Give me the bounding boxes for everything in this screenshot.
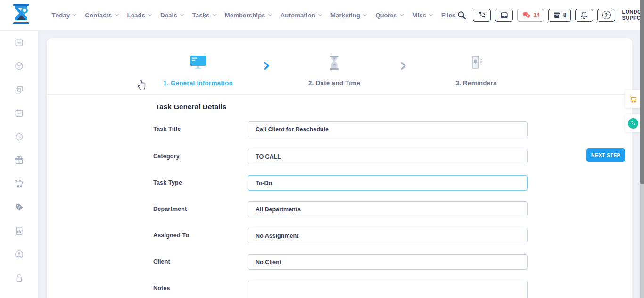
phone-reminder-icon [424,55,528,70]
inbox-button[interactable] [495,9,513,22]
nav-today[interactable]: Today [52,12,76,19]
nav-files-label: Files [441,12,456,19]
nav-deals-label: Deals [160,12,177,19]
step-general-information[interactable]: 1. General Information [146,55,250,87]
monitor-icon [146,55,250,70]
nav-marketing[interactable]: Marketing [330,12,366,19]
vertical-scrollbar-track[interactable] [640,0,644,298]
question-mark-icon: ? [602,11,611,19]
nav-contacts-label: Contacts [85,12,112,19]
phone-call-button[interactable] [473,9,491,22]
floating-phone-button[interactable] [625,114,641,132]
nav-misc-label: Misc [412,12,426,19]
inbox-tray-icon [500,11,509,20]
chevron-down-icon [429,12,433,16]
sidebar-cube-icon[interactable] [13,61,25,72]
archive-box-icon [553,11,561,19]
client-label: Client [153,254,248,270]
sidebar-user-circle-icon[interactable] [13,249,25,260]
app-window: Today Contacts Leads Deals Tasks Members… [0,0,644,298]
department-input[interactable] [248,201,528,217]
task-title-input[interactable] [248,121,528,137]
nav-tasks[interactable]: Tasks [192,12,216,19]
chevron-down-icon [400,12,404,16]
form-title: Task General Details [156,103,226,111]
chevron-down-icon [148,12,152,16]
department-label: Department [153,201,248,217]
hourglass-icon [282,55,386,70]
step-chevron-blue-icon [263,62,270,70]
search-icon[interactable] [455,9,468,21]
notifications-button[interactable] [575,9,593,22]
step1-label: 1. General Information [146,80,250,87]
help-button[interactable]: ? [597,9,615,22]
category-input[interactable] [248,149,528,164]
chevron-down-icon [268,12,272,16]
top-navigation-bar: Today Contacts Leads Deals Tasks Members… [0,0,644,31]
nav-leads[interactable]: Leads [127,12,152,19]
chevron-down-icon [212,12,216,16]
orders-count-badge: 8 [563,12,567,18]
chat-messages-button[interactable]: 14 [517,9,544,22]
chevron-down-icon [318,12,322,16]
floating-cart-button[interactable] [625,90,641,108]
step-reminders[interactable]: 3. Reminders [424,55,528,87]
section-divider [47,94,632,95]
chevron-down-icon [363,12,367,16]
nav-automation[interactable]: Automation [281,12,322,19]
nav-memberships[interactable]: Memberships [225,12,272,19]
sidebar-tag-icon[interactable] [13,202,25,213]
nav-quotes[interactable]: Quotes [375,12,403,19]
sidebar-history-icon[interactable] [13,131,25,142]
step-chevron-gray-icon [400,62,407,70]
notes-label: Notes [153,281,248,296]
nav-today-label: Today [52,12,70,19]
phone-teal-icon [628,118,638,129]
next-step-button[interactable]: NEXT STEP [586,148,625,162]
chat-count-badge: 14 [533,12,539,18]
notes-textarea[interactable] [248,281,528,298]
category-label: Category [153,149,248,164]
main-menu: Today Contacts Leads Deals Tasks Members… [52,12,455,19]
topbar-actions: 14 8 ? LONDON SUP [455,7,644,24]
task-type-label: Task Type [153,175,248,191]
nav-automation-label: Automation [281,12,315,19]
task-wizard-card: 1. General Information 2. Date and Time [47,38,632,298]
nav-tasks-label: Tasks [192,12,210,19]
chat-bubbles-icon [521,11,531,19]
assigned-to-input[interactable] [248,228,528,243]
step3-label: 3. Reminders [424,80,528,87]
cart-orange-icon [628,95,638,104]
sidebar-cart-icon[interactable] [13,178,25,189]
client-input[interactable] [248,254,528,270]
step2-label: 2. Date and Time [282,80,386,87]
nav-memberships-label: Memberships [225,12,265,19]
chevron-down-icon [115,12,118,16]
sidebar-gift-icon[interactable] [13,155,25,166]
nav-misc[interactable]: Misc [412,12,432,19]
left-icon-sidebar: 12 [0,31,38,298]
nav-marketing-label: Marketing [330,12,360,19]
phone-in-talk-icon [478,11,487,20]
chevron-down-icon [73,12,76,16]
step-date-and-time[interactable]: 2. Date and Time [282,55,386,87]
sidebar-calendar-check-icon[interactable] [13,108,25,119]
sidebar-calendar-12-icon[interactable]: 12 [13,37,25,48]
task-title-label: Task Title [153,121,248,137]
app-logo-hourglass-icon[interactable] [9,3,33,27]
bell-icon [580,11,588,20]
nav-contacts[interactable]: Contacts [85,12,118,19]
chevron-down-icon [180,12,184,16]
svg-text:12: 12 [17,41,21,45]
nav-quotes-label: Quotes [375,12,397,19]
nav-files[interactable]: Files [441,12,456,19]
assigned-to-label: Assigned To [153,228,248,243]
sidebar-copy-pages-icon[interactable] [13,84,25,95]
sidebar-lock-icon[interactable] [13,273,25,283]
vertical-scrollbar-thumb[interactable] [640,0,644,184]
task-type-input[interactable] [248,175,528,191]
nav-deals[interactable]: Deals [160,12,183,19]
orders-box-button[interactable]: 8 [548,9,571,22]
sidebar-report-icon[interactable] [13,226,25,236]
nav-leads-label: Leads [127,12,146,19]
